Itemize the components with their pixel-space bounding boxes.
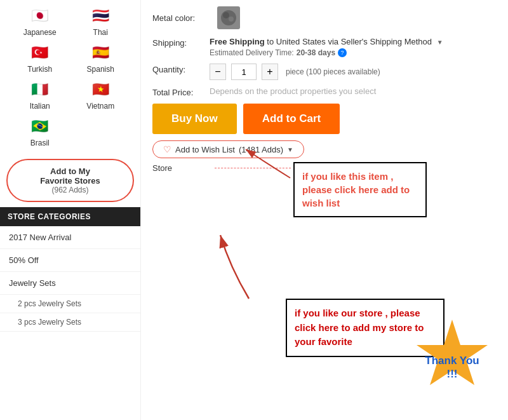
lang-brasil-label: Brasil <box>30 139 50 147</box>
lang-italian[interactable]: 🇮🇹 Italian <box>13 80 67 111</box>
lang-spanish-label: Spanish <box>87 65 114 74</box>
heart-icon: ♡ <box>163 144 171 154</box>
shipping-main-text: Free Shipping to United States via Selle… <box>210 37 497 46</box>
store-arrow-svg <box>211 229 287 305</box>
category-2017-new-arrival[interactable]: 2017 New Arrival <box>0 226 140 249</box>
quantity-decrease-button[interactable]: − <box>210 64 226 80</box>
sidebar: 🇯🇵 Japanese 🇹🇭 Thai 🇹🇷 Turkish 🇪🇸 Spanis… <box>0 0 141 420</box>
metal-color-label: Metal color: <box>152 13 210 23</box>
metal-swatch-icon <box>220 9 237 27</box>
category-50-off[interactable]: 50% Off <box>0 249 140 272</box>
flag-spanish: 🇪🇸 <box>86 43 115 62</box>
flag-japanese: 🇯🇵 <box>25 6 55 25</box>
quantity-available-text: piece (100 pieces available) <box>286 67 380 76</box>
lang-brasil[interactable]: 🇧🇷 Brasil <box>13 117 67 147</box>
help-icon[interactable]: ? <box>338 48 347 57</box>
flag-turkish: 🇹🇷 <box>25 43 55 62</box>
lang-japanese-label: Japanese <box>23 28 57 37</box>
flag-vietnam: 🇻🇳 <box>86 80 115 99</box>
lang-japanese[interactable]: 🇯🇵 Japanese <box>13 6 67 37</box>
wishlist-arrow-svg <box>239 143 297 181</box>
wishlist-row: ♡ Add to Wish List (1481 Adds) ▼ <box>152 140 497 158</box>
shipping-delivery: Estimated Delivery Time: 20-38 days ? <box>210 48 497 57</box>
svg-point-1 <box>223 12 229 18</box>
store-label: Store <box>152 163 210 173</box>
lang-turkish[interactable]: 🇹🇷 Turkish <box>13 43 67 74</box>
wishlist-annotation-box: if you like this item , please click her… <box>293 162 427 217</box>
quantity-row: Quantity: − + piece (100 pieces availabl… <box>152 64 497 80</box>
main-content: Metal color: Shipping: Free Shipping to … <box>141 0 508 420</box>
quantity-controls: − + piece (100 pieces available) <box>210 64 380 80</box>
lang-italian-label: Italian <box>30 102 50 111</box>
lang-spanish[interactable]: 🇪🇸 Spanish <box>74 43 128 74</box>
shipping-dropdown-icon[interactable]: ▼ <box>437 39 443 46</box>
wishlist-btn-text: Add to Wish List <box>175 145 235 154</box>
svg-point-2 <box>229 17 234 22</box>
svg-point-0 <box>221 10 236 25</box>
shipping-content: Free Shipping to United States via Selle… <box>210 37 497 57</box>
buy-now-button[interactable]: Buy Now <box>152 104 237 134</box>
lang-thai-label: Thai <box>93 28 108 37</box>
flag-italian: 🇮🇹 <box>25 80 55 99</box>
lang-vietnam-label: Vietnam <box>86 102 114 111</box>
quantity-label: Quantity: <box>152 64 210 74</box>
svg-text:!!!: !!! <box>447 368 458 380</box>
thankyou-burst-container: Thank You !!! <box>406 316 498 410</box>
shipping-delivery-value: 20-38 days <box>297 48 335 57</box>
total-price-row: Total Price: Depends on the product prop… <box>152 86 497 97</box>
favorite-btn-line1: Add to My <box>17 166 124 176</box>
wishlist-annotation-container: if you like this item , please click her… <box>293 162 427 217</box>
category-2pcs-jewelry-sets[interactable]: 2 pcs Jewelry Sets <box>0 295 140 313</box>
shipping-label: Shipping: <box>152 37 210 48</box>
favorite-btn-line2: Favorite Stores <box>17 176 124 186</box>
metal-color-swatch[interactable] <box>217 6 240 29</box>
total-price-value: Depends on the product properties you se… <box>210 86 376 96</box>
quantity-input[interactable] <box>231 64 257 80</box>
shipping-to-text: to United States via Seller's Shipping M… <box>267 37 432 46</box>
action-buttons-row: Buy Now Add to Cart <box>152 104 497 134</box>
shipping-delivery-label: Estimated Delivery Time: <box>210 48 294 57</box>
category-3pcs-jewelry-sets[interactable]: 3 pcs Jewelry Sets <box>0 313 140 332</box>
thankyou-star-burst: Thank You !!! <box>406 316 498 409</box>
add-favorite-button[interactable]: Add to My Favorite Stores (962 Adds) <box>6 159 134 202</box>
lang-turkish-label: Turkish <box>27 65 52 74</box>
store-annotation-text: if you like our store , please click her… <box>295 308 424 347</box>
wishlist-annotation-text: if you like this item , please click her… <box>302 171 410 208</box>
shipping-row: Shipping: Free Shipping to United States… <box>152 37 497 57</box>
shipping-free-text: Free Shipping <box>210 37 265 46</box>
svg-text:Thank You: Thank You <box>425 355 479 367</box>
total-price-label: Total Price: <box>152 86 210 97</box>
quantity-increase-button[interactable]: + <box>262 64 278 80</box>
lang-vietnam[interactable]: 🇻🇳 Vietnam <box>74 80 128 111</box>
add-to-cart-button[interactable]: Add to Cart <box>243 104 340 134</box>
lang-thai[interactable]: 🇹🇭 Thai <box>74 6 128 37</box>
favorite-adds-count: (962 Adds) <box>17 186 124 194</box>
category-jewelry-sets[interactable]: Jewelry Sets <box>0 272 140 295</box>
store-categories-header: STORE CATEGORIES <box>0 207 140 226</box>
language-grid: 🇯🇵 Japanese 🇹🇭 Thai 🇹🇷 Turkish 🇪🇸 Spanis… <box>0 0 140 154</box>
flag-thai: 🇹🇭 <box>86 6 115 25</box>
metal-color-row: Metal color: <box>152 6 497 29</box>
flag-brasil: 🇧🇷 <box>25 117 55 136</box>
